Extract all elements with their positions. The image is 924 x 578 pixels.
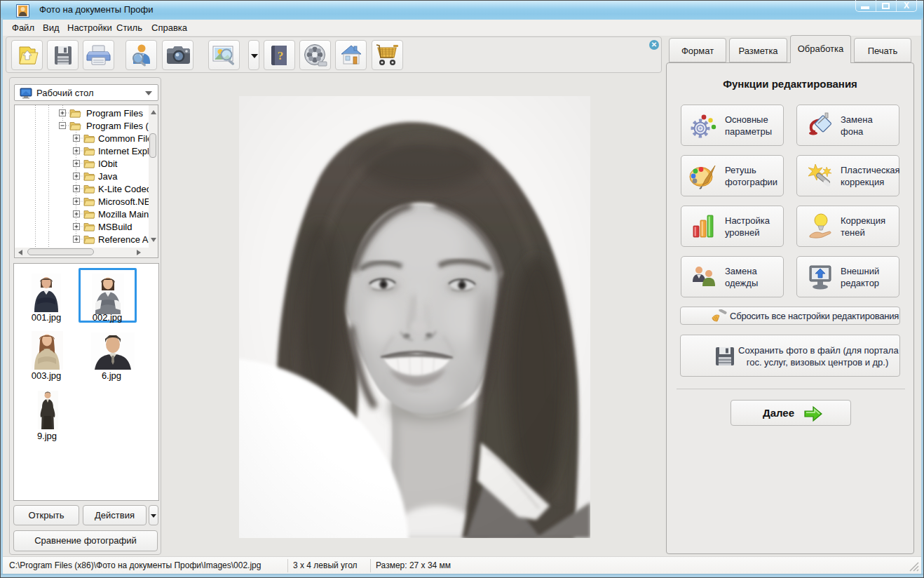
svg-text:?: ? bbox=[277, 49, 283, 62]
svg-text:Microsoft.NET: Microsoft.NET bbox=[98, 196, 156, 207]
svg-text:MSBuild: MSBuild bbox=[98, 222, 132, 232]
svg-text:IObit: IObit bbox=[98, 159, 118, 169]
svg-text:Program Files (x86): Program Files (x86) bbox=[86, 121, 158, 131]
svg-text:Program Files: Program Files bbox=[86, 108, 143, 119]
svg-text:Reference As: Reference As bbox=[98, 234, 154, 245]
svg-text:K-Lite Codec: K-Lite Codec bbox=[98, 184, 151, 194]
svg-text:Mozilla Maint: Mozilla Maint bbox=[98, 209, 151, 220]
svg-text:Java: Java bbox=[98, 171, 118, 182]
